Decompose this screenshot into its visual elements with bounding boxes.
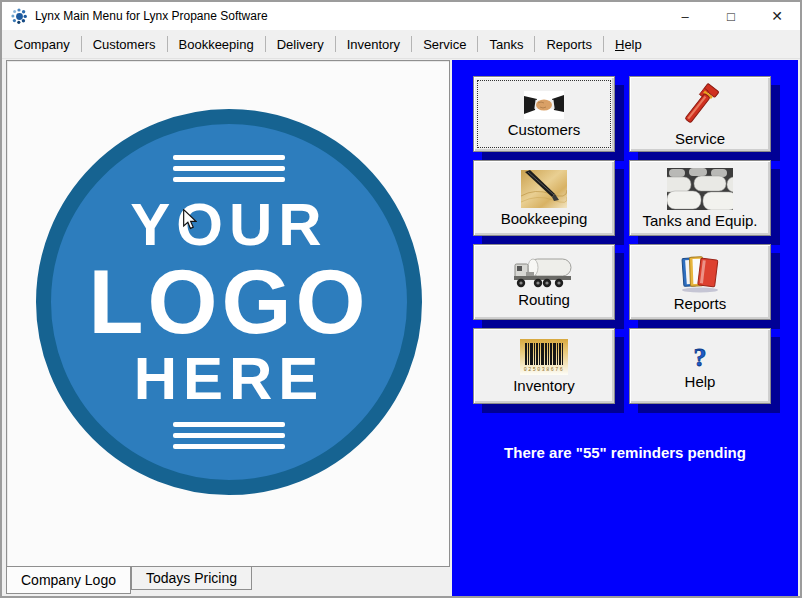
menu-item-service[interactable]: Service: [413, 33, 476, 56]
menu-separator: [603, 36, 604, 52]
menu-separator: [81, 36, 82, 52]
launcher-button-reports[interactable]: Reports: [629, 244, 771, 320]
launcher-button-tanks[interactable]: Tanks and Equip.: [629, 160, 771, 236]
menu-item-delivery[interactable]: Delivery: [267, 33, 334, 56]
menu-item-bookkeeping[interactable]: Bookkeeping: [169, 33, 264, 56]
tanks-icon: [667, 168, 733, 210]
menu-separator: [167, 36, 168, 52]
menu-separator: [411, 36, 412, 52]
logo-panel: YOUR LOGO HERE: [6, 60, 450, 567]
launcher-button-label: Inventory: [513, 377, 575, 394]
barcode-digits: 025038676: [524, 367, 565, 373]
close-button[interactable]: ✕: [754, 2, 800, 30]
menu-item-help[interactable]: Help: [605, 33, 652, 56]
maximize-button[interactable]: □: [708, 2, 754, 30]
launcher-button-label: Service: [675, 130, 725, 147]
folders-icon: [678, 253, 722, 293]
app-icon: [11, 8, 27, 24]
launcher-button-label: Routing: [518, 291, 570, 308]
menu-separator: [477, 36, 478, 52]
launcher-button-bookkeeping[interactable]: Bookkeeping: [473, 160, 615, 236]
logo-word-here: HERE: [134, 349, 325, 409]
launcher-button-customers[interactable]: Customers: [473, 76, 615, 152]
tab-company-logo[interactable]: Company Logo: [6, 567, 131, 594]
menu-separator: [335, 36, 336, 52]
menu-separator: [534, 36, 535, 52]
menu-item-customers[interactable]: Customers: [83, 33, 166, 56]
truck-icon: [513, 257, 575, 289]
launcher-button-label: Tanks and Equip.: [642, 212, 757, 229]
menu-bar: Company Customers Bookkeeping Delivery I…: [2, 30, 800, 59]
pen-ledger-icon: [521, 170, 567, 208]
reminders-status-text: There are "55" reminders pending: [452, 444, 798, 461]
window-title: Lynx Main Menu for Lynx Propane Software: [35, 9, 268, 23]
tab-todays-pricing[interactable]: Todays Pricing: [131, 567, 252, 590]
mouse-cursor: [182, 209, 197, 234]
menu-item-tanks[interactable]: Tanks: [479, 33, 533, 56]
launcher-button-routing[interactable]: Routing: [473, 244, 615, 320]
window-controls: – □ ✕: [662, 2, 800, 30]
svg-text:?: ?: [694, 343, 707, 371]
menu-item-inventory[interactable]: Inventory: [337, 33, 410, 56]
launcher-button-inventory[interactable]: 025038676 Inventory: [473, 328, 615, 404]
logo-tabs: Company Logo Todays Pricing: [6, 567, 252, 594]
logo-bars-bottom: [173, 422, 285, 449]
question-icon: ?: [687, 343, 713, 371]
menu-item-reports[interactable]: Reports: [536, 33, 602, 56]
menu-separator: [265, 36, 266, 52]
minimize-button[interactable]: –: [662, 2, 708, 30]
launcher-button-label: Reports: [674, 295, 727, 312]
launcher-panel: Customers Service: [452, 60, 798, 596]
handshake-icon: [524, 91, 564, 119]
launcher-button-help[interactable]: ? Help: [629, 328, 771, 404]
launcher-button-label: Bookkeeping: [501, 210, 588, 227]
logo-word-logo: LOGO: [89, 257, 370, 347]
titlebar: Lynx Main Menu for Lynx Propane Software…: [2, 2, 800, 30]
launcher-button-service[interactable]: Service: [629, 76, 771, 152]
launcher-button-label: Help: [685, 373, 716, 390]
menu-item-company[interactable]: Company: [4, 33, 80, 56]
logo-bars-top: [173, 155, 285, 182]
app-window: Lynx Main Menu for Lynx Propane Software…: [0, 0, 802, 598]
launcher-button-label: Customers: [508, 121, 581, 138]
company-logo-image: YOUR LOGO HERE: [36, 109, 422, 495]
launcher-grid: Customers Service: [473, 76, 771, 404]
barcode-icon: 025038676: [520, 339, 568, 375]
logo-word-your: YOUR: [130, 195, 327, 255]
pipe-wrench-icon: [679, 82, 721, 128]
